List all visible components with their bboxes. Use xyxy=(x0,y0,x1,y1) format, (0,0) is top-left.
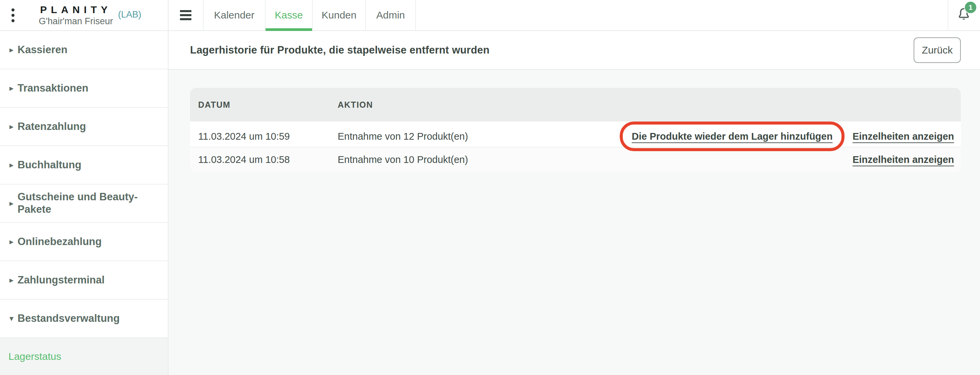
caret-right-icon: ▸ xyxy=(8,199,14,207)
tab-admin[interactable]: Admin xyxy=(366,0,416,30)
sidebar-item-label: Ratenzahlung xyxy=(18,120,86,133)
table-row: 11.03.2024 um 10:59 Entnahme von 12 Prod… xyxy=(190,122,961,147)
cell-datum: 11.03.2024 um 10:58 xyxy=(198,154,338,165)
tab-label: Admin xyxy=(376,9,405,21)
caret-down-icon: ▾ xyxy=(8,315,14,323)
tab-label: Kasse xyxy=(275,9,302,21)
sidebar-item-label: Transaktionen xyxy=(18,82,88,95)
tab-kasse[interactable]: Kasse xyxy=(266,0,313,30)
sidebar: ▸ Kassieren ▸ Transaktionen ▸ Ratenzahlu… xyxy=(0,31,169,375)
cell-datum: 11.03.2024 um 10:59 xyxy=(198,131,338,142)
active-tab-underline xyxy=(266,28,312,31)
caret-right-icon: ▸ xyxy=(8,46,14,54)
caret-right-icon: ▸ xyxy=(8,238,14,246)
sidebar-subitem-label: Lagerstatus xyxy=(8,351,61,362)
kebab-menu-icon[interactable] xyxy=(11,8,14,22)
sidebar-item-onlinebezahlung[interactable]: ▸ Onlinebezahlung xyxy=(0,223,168,261)
topbar: PLANITY G'hair'man Friseur (LAB) Kalende… xyxy=(0,0,980,31)
tab-label: Kunden xyxy=(321,9,356,21)
sidebar-item-label: Bestandsverwaltung xyxy=(18,312,119,325)
main-area: Lagerhistorie für Produkte, die stapelwe… xyxy=(169,31,980,375)
sidebar-item-ratenzahlung[interactable]: ▸ Ratenzahlung xyxy=(0,108,168,146)
column-header-datum: DATUM xyxy=(198,100,338,110)
main-nav-tabs: Kalender Kasse Kunden Admin xyxy=(204,0,416,30)
hamburger-menu-button[interactable] xyxy=(169,0,204,30)
sidebar-item-buchhaltung[interactable]: ▸ Buchhaltung xyxy=(0,146,168,185)
caret-right-icon: ▸ xyxy=(8,161,14,169)
back-button[interactable]: Zurück xyxy=(913,37,961,63)
topbar-spacer xyxy=(416,0,948,30)
sidebar-subitem-lagerstatus[interactable]: Lagerstatus xyxy=(0,338,168,375)
notification-area: 1 xyxy=(948,0,980,30)
env-label: (LAB) xyxy=(118,9,141,20)
sidebar-item-gutscheine-beauty-pakete[interactable]: ▸ Gutscheine und Beauty-Pakete xyxy=(0,185,168,223)
sidebar-item-label: Zahlungsterminal xyxy=(18,274,105,286)
row-actions: Die Produkte wieder dem Lager hinzufügen… xyxy=(620,122,954,151)
row-actions: Einzelheiten anzeigen xyxy=(853,154,954,165)
caret-right-icon: ▸ xyxy=(8,84,14,92)
hamburger-icon xyxy=(180,10,191,20)
sidebar-item-bestandsverwaltung[interactable]: ▾ Bestandsverwaltung xyxy=(0,300,168,338)
sidebar-item-zahlungsterminal[interactable]: ▸ Zahlungsterminal xyxy=(0,261,168,300)
planity-app: PLANITY G'hair'man Friseur (LAB) Kalende… xyxy=(0,0,980,375)
brand-logo: PLANITY xyxy=(40,4,111,16)
notification-badge[interactable]: 1 xyxy=(964,1,977,14)
caret-right-icon: ▸ xyxy=(8,123,14,131)
annotation-highlight-ring: Die Produkte wieder dem Lager hinzufügen xyxy=(620,122,844,151)
sidebar-item-label: Buchhaltung xyxy=(18,159,81,171)
app-body: ▸ Kassieren ▸ Transaktionen ▸ Ratenzahlu… xyxy=(0,31,980,375)
cell-aktion: Entnahme von 12 Produkt(en) xyxy=(338,131,620,142)
logo-block: PLANITY G'hair'man Friseur (LAB) xyxy=(39,4,113,27)
tab-label: Kalender xyxy=(214,9,255,21)
cell-aktion: Entnahme von 10 Produkt(en) xyxy=(338,154,853,165)
caret-right-icon: ▸ xyxy=(8,276,14,284)
topbar-brand-section: PLANITY G'hair'man Friseur (LAB) xyxy=(0,0,169,30)
sidebar-item-label: Kassieren xyxy=(18,44,67,56)
salon-name: G'hair'man Friseur xyxy=(39,16,113,27)
table-header-row: DATUM AKTION xyxy=(190,88,961,122)
column-header-aktion: AKTION xyxy=(338,100,953,110)
page-header: Lagerhistorie für Produkte, die stapelwe… xyxy=(169,31,980,70)
page-title: Lagerhistorie für Produkte, die stapelwe… xyxy=(190,44,490,56)
page-content: DATUM AKTION 11.03.2024 um 10:59 Entnahm… xyxy=(169,70,980,375)
history-table: DATUM AKTION 11.03.2024 um 10:59 Entnahm… xyxy=(190,88,961,172)
sidebar-item-label: Onlinebezahlung xyxy=(18,236,102,248)
restock-products-link[interactable]: Die Produkte wieder dem Lager hinzufügen xyxy=(632,131,832,142)
sidebar-item-kassieren[interactable]: ▸ Kassieren xyxy=(0,31,168,70)
show-details-link[interactable]: Einzelheiten anzeigen xyxy=(853,131,954,142)
show-details-link[interactable]: Einzelheiten anzeigen xyxy=(853,154,954,165)
sidebar-item-transaktionen[interactable]: ▸ Transaktionen xyxy=(0,70,168,108)
tab-kunden[interactable]: Kunden xyxy=(313,0,366,30)
sidebar-item-label: Gutscheine und Beauty-Pakete xyxy=(18,191,146,215)
tab-kalender[interactable]: Kalender xyxy=(204,0,266,30)
